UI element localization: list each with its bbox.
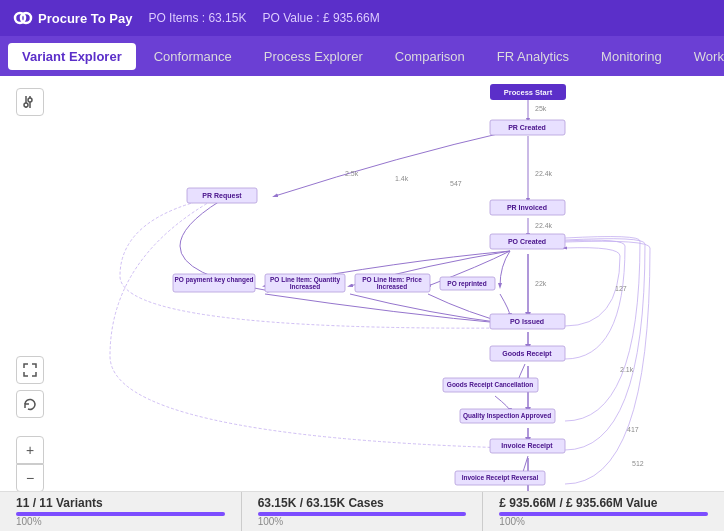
svg-text:2.5k: 2.5k <box>345 170 359 177</box>
app-logo: Procure To Pay <box>12 7 132 29</box>
svg-text:PR Request: PR Request <box>202 192 242 200</box>
svg-text:234: 234 <box>637 490 649 491</box>
expand-button[interactable] <box>16 356 44 384</box>
status-bar: 11 / 11 Variants 100% 63.15K / 63.15K Ca… <box>0 491 724 531</box>
zoom-out-button[interactable]: − <box>16 464 44 491</box>
logo-icon <box>12 7 34 29</box>
svg-text:PO Created: PO Created <box>508 238 546 245</box>
svg-text:1.4k: 1.4k <box>395 175 409 182</box>
svg-text:22.4k: 22.4k <box>535 170 553 177</box>
tab-process-explorer[interactable]: Process Explorer <box>250 43 377 70</box>
app-title: Procure To Pay <box>38 11 132 26</box>
top-bar-stats: PO Items : 63.15K PO Value : £ 935.66M <box>148 11 379 25</box>
svg-text:Increased: Increased <box>377 283 407 290</box>
svg-text:PO Line Item: Price: PO Line Item: Price <box>362 276 422 283</box>
svg-text:PO Issued: PO Issued <box>510 318 544 325</box>
tab-conformance[interactable]: Conformance <box>140 43 246 70</box>
svg-text:PR Invoiced: PR Invoiced <box>507 204 547 211</box>
svg-text:PR Created: PR Created <box>508 124 546 131</box>
cases-value: 63.15K / 63.15K Cases <box>258 496 467 510</box>
status-variants: 11 / 11 Variants 100% <box>0 492 242 531</box>
reset-button[interactable] <box>16 390 44 418</box>
po-items-label: PO Items : 63.15K <box>148 11 246 25</box>
svg-point-5 <box>24 103 28 107</box>
status-cases: 63.15K / 63.15K Cases 100% <box>242 492 484 531</box>
svg-text:Process Start: Process Start <box>504 88 553 97</box>
tab-workforce[interactable]: Workforce <box>680 43 724 70</box>
svg-text:25k: 25k <box>535 105 547 112</box>
svg-text:Increased: Increased <box>290 283 320 290</box>
svg-text:Goods Receipt: Goods Receipt <box>502 350 552 358</box>
svg-text:Goods Receipt Cancellation: Goods Receipt Cancellation <box>447 381 533 389</box>
svg-text:PO reprinted: PO reprinted <box>447 280 486 288</box>
tab-monitoring[interactable]: Monitoring <box>587 43 676 70</box>
top-bar: Procure To Pay PO Items : 63.15K PO Valu… <box>0 0 724 36</box>
tab-bar: Variant Explorer Conformance Process Exp… <box>0 36 724 76</box>
tab-fr-analytics[interactable]: FR Analytics <box>483 43 583 70</box>
svg-text:22.4k: 22.4k <box>535 222 553 229</box>
svg-text:127: 127 <box>615 285 627 292</box>
value-pct: 100% <box>499 516 708 527</box>
zoom-in-button[interactable]: + <box>16 436 44 464</box>
svg-text:417: 417 <box>627 426 639 433</box>
cases-pct: 100% <box>258 516 467 527</box>
status-value: £ 935.66M / £ 935.66M Value 100% <box>483 492 724 531</box>
tab-comparison[interactable]: Comparison <box>381 43 479 70</box>
svg-text:2.1k: 2.1k <box>620 366 634 373</box>
svg-text:547: 547 <box>450 180 462 187</box>
svg-text:Quality Inspection Approved: Quality Inspection Approved <box>463 412 551 420</box>
process-flow-diagram: 25k 22.4k 22.4k 22k 25k 62k 61.7k 63.15k… <box>0 76 724 491</box>
value-value: £ 935.66M / £ 935.66M Value <box>499 496 708 510</box>
po-value-label: PO Value : £ 935.66M <box>262 11 379 25</box>
filter-button[interactable] <box>16 88 44 116</box>
main-canvas: + − <box>0 76 724 491</box>
variants-pct: 100% <box>16 516 225 527</box>
svg-text:22k: 22k <box>535 280 547 287</box>
svg-text:512: 512 <box>632 460 644 467</box>
zoom-controls: + − <box>16 436 44 491</box>
svg-text:Invoice Receipt Reversal: Invoice Receipt Reversal <box>462 474 539 482</box>
svg-text:PO payment key changed: PO payment key changed <box>174 276 253 284</box>
svg-text:Invoice Receipt: Invoice Receipt <box>501 442 553 450</box>
variants-value: 11 / 11 Variants <box>16 496 225 510</box>
svg-point-2 <box>28 98 32 102</box>
controls-panel: + − <box>16 88 44 491</box>
tab-variant-explorer[interactable]: Variant Explorer <box>8 43 136 70</box>
